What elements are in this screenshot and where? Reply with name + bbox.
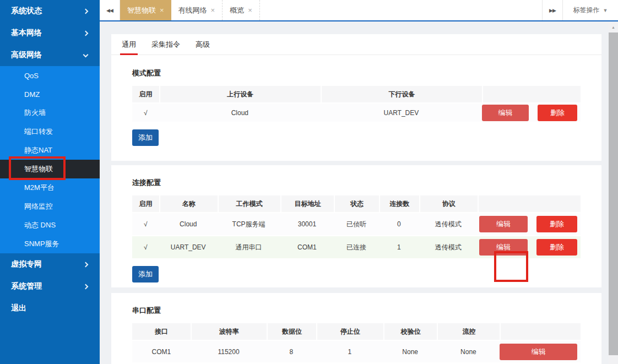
delete-button[interactable]: 删除 [536,216,577,232]
sidebar-item-system-management[interactable]: 系统管理 [0,275,100,297]
scroll-tabs-right-button[interactable]: ▶▶ [542,0,562,20]
sidebar-item-port-forwarding[interactable]: 端口转发 [0,122,100,141]
column-header-downlink-device: 下行设备 [321,86,482,102]
cell-connection-count: 0 [379,213,419,235]
add-button[interactable]: 添加 [132,129,159,146]
cell-parity: None [383,341,437,362]
tab-label: 有线网络 [178,6,207,15]
cell-flow-control: None [437,341,500,362]
tab-bar-right: ▶▶ 标签操作 ▼ [542,0,618,20]
table-header-row: 接口 波特率 数据位 停止位 校验位 流控 [132,323,581,340]
table-row: COM1 115200 8 1 None None 编辑 [132,340,581,362]
scrollbar-up-arrow-icon[interactable]: ▲ [609,23,618,32]
scroll-tabs-left-button[interactable]: ◀◀ [100,0,120,20]
sidebar-item-smart-iot[interactable]: 智慧物联 [0,160,100,178]
column-header-actions [482,86,581,102]
table-header-row: 启用 上行设备 下行设备 [132,86,581,102]
section-title-connection-config: 连接配置 [132,178,601,188]
mode-config-card: 通用 采集指令 高级 模式配置 启用 上行设备 下行设备 √ Cloud UAR… [111,34,601,161]
double-chevron-left-icon: ◀◀ [106,8,113,13]
cell-status: 已侦听 [334,213,378,235]
content-area: 通用 采集指令 高级 模式配置 启用 上行设备 下行设备 √ Cloud UAR… [100,23,618,364]
sidebar-item-snmp-service[interactable]: SNMP服务 [0,235,100,253]
sidebar-item-label: 高级网络 [11,50,42,60]
close-icon[interactable]: × [211,7,215,14]
sidebar-item-label: 基本网络 [11,28,42,38]
cell-status: 已连接 [334,236,378,258]
sidebar-item-dmz[interactable]: DMZ [0,85,100,104]
delete-button[interactable]: 删除 [536,239,577,256]
tab-wired-network[interactable]: 有线网络 × [171,0,223,20]
sidebar-item-qos[interactable]: QoS [0,66,100,85]
cell-downlink-device: UART_DEV [321,104,482,122]
cell-data-bits: 8 [267,341,316,362]
cell-uplink-device: Cloud [159,104,321,122]
table-row: √ UART_DEV 通用串口 COM1 已连接 1 透传模式 编辑 删除 [132,235,581,258]
cell-baud-rate: 115200 [191,341,267,362]
content-tab-strip: 通用 采集指令 高级 [111,34,601,55]
cell-actions: 编辑 删除 [482,104,581,122]
content-tab-collect-command[interactable]: 采集指令 [150,34,182,55]
column-header-enabled: 启用 [132,195,159,212]
chevron-down-icon [83,52,89,58]
column-header-data-bits: 数据位 [267,323,316,340]
edit-button[interactable]: 编辑 [479,239,528,256]
column-header-enabled: 启用 [132,86,159,102]
chevron-right-icon [83,284,89,289]
sidebar-item-label: 退出 [11,303,26,313]
column-header-name: 名称 [159,195,218,212]
sidebar-item-m2m-platform[interactable]: M2M平台 [0,178,100,197]
edit-button[interactable]: 编辑 [482,105,529,121]
close-icon[interactable]: × [248,7,252,14]
sidebar-item-dynamic-dns[interactable]: 动态 DNS [0,216,100,235]
edit-button[interactable]: 编辑 [500,344,577,360]
content-tab-general[interactable]: 通用 [120,34,138,55]
tab-overview[interactable]: 概览 × [223,0,260,20]
table-row: √ Cloud TCP服务端 30001 已侦听 0 透传模式 编辑 删除 [132,212,581,235]
cell-target-address: COM1 [280,236,334,258]
column-header-parity: 校验位 [383,323,437,340]
sidebar-item-logout[interactable]: 退出 [0,297,100,319]
sidebar: 系统状态 基本网络 高级网络 QoS DMZ 防火墙 端口转发 静态NAT 智慧… [0,0,100,364]
scrollbar-thumb[interactable] [609,32,618,355]
tab-label: 智慧物联 [127,6,156,15]
sidebar-item-vpn[interactable]: 虚拟专网 [0,253,100,275]
connection-config-card: 连接配置 启用 名称 工作模式 目标地址 状态 连接数 协议 √ Cloud T… [111,165,601,287]
chevron-right-icon [83,262,89,267]
delete-button[interactable]: 删除 [538,105,577,121]
connection-config-table: 启用 名称 工作模式 目标地址 状态 连接数 协议 √ Cloud TCP服务端… [132,195,581,258]
sidebar-submenu: QoS DMZ 防火墙 端口转发 静态NAT 智慧物联 M2M平台 网络监控 动… [0,66,100,253]
column-header-connection-count: 连接数 [379,195,419,212]
scrollbar[interactable]: ▲ [609,23,618,364]
cell-protocol: 透传模式 [419,213,478,235]
sidebar-item-network-monitor[interactable]: 网络监控 [0,197,100,216]
cell-actions: 编辑 删除 [478,236,581,258]
column-header-interface: 接口 [132,323,191,340]
sidebar-item-advanced-network[interactable]: 高级网络 [0,44,100,66]
edit-button[interactable]: 编辑 [479,216,528,232]
content-tab-advanced[interactable]: 高级 [194,34,212,55]
section-title-serial-config: 串口配置 [132,306,601,316]
close-icon[interactable]: × [160,7,164,14]
chevron-right-icon [83,30,89,36]
tab-label: 概览 [230,6,244,15]
cell-stop-bits: 1 [316,341,383,362]
chevron-right-icon [83,8,89,14]
sidebar-item-basic-network[interactable]: 基本网络 [0,22,100,44]
sidebar-item-firewall[interactable]: 防火墙 [0,104,100,122]
cell-enabled: √ [132,104,159,122]
column-header-work-mode: 工作模式 [218,195,280,212]
cell-work-mode: 通用串口 [218,236,280,258]
cell-enabled: √ [132,213,159,235]
tab-smart-iot[interactable]: 智慧物联 × [120,0,171,20]
sidebar-item-static-nat[interactable]: 静态NAT [0,141,100,160]
table-row: √ Cloud UART_DEV 编辑 删除 [132,102,581,122]
tab-bar: ◀◀ 智慧物联 × 有线网络 × 概览 × ▶▶ 标签操作 ▼ [100,0,618,21]
column-header-flow-control: 流控 [437,323,500,340]
cell-name: UART_DEV [159,236,218,258]
serial-config-card: 串口配置 接口 波特率 数据位 停止位 校验位 流控 COM1 115200 8… [111,293,601,364]
tab-actions-dropdown[interactable]: 标签操作 ▼ [562,0,618,20]
sidebar-item-system-status[interactable]: 系统状态 [0,0,100,22]
cell-enabled: √ [132,236,159,258]
add-button[interactable]: 添加 [132,266,159,282]
